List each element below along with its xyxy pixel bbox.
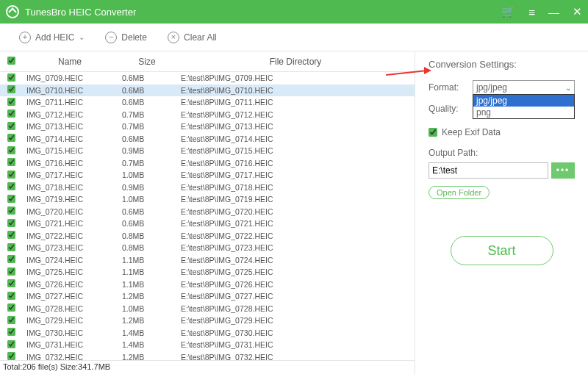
format-option-png[interactable]: png xyxy=(473,107,574,118)
file-name: IMG_0717.HEIC xyxy=(22,170,118,179)
row-checkbox[interactable] xyxy=(7,267,15,276)
table-row[interactable]: IMG_0709.HEIC0.6MBE:\test\8P\IMG_0709.HE… xyxy=(0,72,415,85)
table-row[interactable]: IMG_0719.HEIC1.0MBE:\test\8P\IMG_0719.HE… xyxy=(0,193,415,206)
browse-button[interactable]: ••• xyxy=(551,162,575,179)
output-path-input[interactable] xyxy=(429,162,548,179)
app-logo-icon xyxy=(6,5,19,18)
table-row[interactable]: IMG_0723.HEIC0.8MBE:\test\8P\IMG_0723.HE… xyxy=(0,242,415,254)
table-row[interactable]: IMG_0729.HEIC1.2MBE:\test\8P\IMG_0729.HE… xyxy=(0,315,415,327)
col-size[interactable]: Size xyxy=(118,57,176,67)
table-row[interactable]: IMG_0718.HEIC0.9MBE:\test\8P\IMG_0718.HE… xyxy=(0,182,415,194)
table-row[interactable]: IMG_0717.HEIC1.0MBE:\test\8P\IMG_0717.HE… xyxy=(0,169,415,182)
row-checkbox[interactable] xyxy=(7,158,15,166)
table-row[interactable]: IMG_0721.HEIC0.6MBE:\test\8P\IMG_0721.HE… xyxy=(0,218,415,230)
close-icon[interactable]: ✕ xyxy=(573,5,582,18)
table-row[interactable]: IMG_0716.HEIC0.7MBE:\test\8P\IMG_0716.HE… xyxy=(0,157,415,170)
table-row[interactable]: IMG_0728.HEIC1.0MBE:\test\8P\IMG_0728.HE… xyxy=(0,303,415,315)
file-name: IMG_0710.HEIC xyxy=(22,86,118,95)
file-name: IMG_0730.HEIC xyxy=(22,328,118,337)
file-name: IMG_0731.HEIC xyxy=(22,340,118,349)
row-checkbox[interactable] xyxy=(7,352,15,360)
settings-heading: Conversion Settings: xyxy=(429,59,575,70)
format-value: jpg/jpeg xyxy=(476,82,507,93)
row-checkbox[interactable] xyxy=(7,195,15,203)
table-row[interactable]: IMG_0730.HEIC1.4MBE:\test\8P\IMG_0730.HE… xyxy=(0,327,415,340)
row-checkbox[interactable] xyxy=(7,219,15,227)
table-row[interactable]: IMG_0722.HEIC0.8MBE:\test\8P\IMG_0722.HE… xyxy=(0,230,415,242)
minimize-icon[interactable]: — xyxy=(548,6,559,18)
row-checkbox[interactable] xyxy=(7,146,15,154)
file-list[interactable]: IMG_0709.HEIC0.6MBE:\test\8P\IMG_0709.HE… xyxy=(0,72,415,360)
file-dir: E:\test\8P\IMG_0718.HEIC xyxy=(176,183,415,192)
table-row[interactable]: IMG_0724.HEIC1.1MBE:\test\8P\IMG_0724.HE… xyxy=(0,254,415,267)
table-row[interactable]: IMG_0727.HEIC1.2MBE:\test\8P\IMG_0727.HE… xyxy=(0,290,415,303)
select-all-checkbox[interactable] xyxy=(7,57,15,65)
file-dir: E:\test\8P\IMG_0719.HEIC xyxy=(176,195,415,204)
row-checkbox[interactable] xyxy=(7,98,15,106)
row-checkbox[interactable] xyxy=(7,328,15,336)
file-name: IMG_0725.HEIC xyxy=(22,267,118,276)
row-checkbox[interactable] xyxy=(7,73,15,82)
titlebar: TunesBro HEIC Converter 🛒 ≡ — ✕ xyxy=(0,0,588,24)
table-row[interactable]: IMG_0711.HEIC0.6MBE:\test\8P\IMG_0711.HE… xyxy=(0,96,415,109)
row-checkbox[interactable] xyxy=(7,206,15,215)
file-name: IMG_0720.HEIC xyxy=(22,207,118,216)
row-checkbox[interactable] xyxy=(7,303,15,312)
start-button[interactable]: Start xyxy=(451,236,553,265)
table-row[interactable]: IMG_0714.HEIC0.6MBE:\test\8P\IMG_0714.HE… xyxy=(0,133,415,146)
menu-icon[interactable]: ≡ xyxy=(528,6,535,18)
file-dir: E:\test\8P\IMG_0724.HEIC xyxy=(176,256,415,265)
table-row[interactable]: IMG_0715.HEIC0.9MBE:\test\8P\IMG_0715.HE… xyxy=(0,145,415,157)
add-heic-button[interactable]: + Add HEIC ⌄ xyxy=(19,32,85,43)
file-name: IMG_0721.HEIC xyxy=(22,219,118,228)
row-checkbox[interactable] xyxy=(7,340,15,348)
table-row[interactable]: IMG_0725.HEIC1.1MBE:\test\8P\IMG_0725.HE… xyxy=(0,266,415,279)
format-select[interactable]: jpg/jpeg ⌄ xyxy=(473,80,575,95)
format-option-jpg[interactable]: jpg/jpeg xyxy=(473,95,574,107)
table-row[interactable]: IMG_0732.HEIC1.2MBE:\test\8P\IMG_0732.HE… xyxy=(0,351,415,361)
app-title: TunesBro HEIC Converter xyxy=(25,7,501,18)
table-row[interactable]: IMG_0712.HEIC0.7MBE:\test\8P\IMG_0712.HE… xyxy=(0,109,415,121)
toolbar: + Add HEIC ⌄ − Delete × Clear All xyxy=(0,24,588,51)
file-dir: E:\test\8P\IMG_0720.HEIC xyxy=(176,207,415,216)
row-checkbox[interactable] xyxy=(7,316,15,324)
table-row[interactable]: IMG_0713.HEIC0.7MBE:\test\8P\IMG_0713.HE… xyxy=(0,121,415,133)
quality-label: Quality: xyxy=(429,104,468,114)
file-size: 0.7MB xyxy=(118,159,176,168)
file-size: 0.6MB xyxy=(118,207,176,216)
col-dir[interactable]: File Directory xyxy=(176,57,415,67)
output-path-label: Output Path: xyxy=(429,148,575,158)
table-row[interactable]: IMG_0731.HEIC1.4MBE:\test\8P\IMG_0731.HE… xyxy=(0,339,415,351)
row-checkbox[interactable] xyxy=(7,170,15,179)
row-checkbox[interactable] xyxy=(7,292,15,300)
row-checkbox[interactable] xyxy=(7,231,15,239)
row-checkbox[interactable] xyxy=(7,182,15,190)
file-dir: E:\test\8P\IMG_0715.HEIC xyxy=(176,146,415,155)
row-checkbox[interactable] xyxy=(7,243,15,251)
col-name[interactable]: Name xyxy=(22,57,118,67)
row-checkbox[interactable] xyxy=(7,85,15,93)
row-checkbox[interactable] xyxy=(7,255,15,263)
file-dir: E:\test\8P\IMG_0712.HEIC xyxy=(176,110,415,119)
row-checkbox[interactable] xyxy=(7,122,15,130)
table-row[interactable]: IMG_0710.HEIC0.6MBE:\test\8P\IMG_0710.HE… xyxy=(0,85,415,97)
clear-all-button[interactable]: × Clear All xyxy=(168,32,217,43)
file-dir: E:\test\8P\IMG_0723.HEIC xyxy=(176,243,415,252)
keep-exif-checkbox[interactable] xyxy=(429,128,437,137)
file-size: 1.1MB xyxy=(118,267,176,276)
format-label: Format: xyxy=(429,82,468,93)
row-checkbox[interactable] xyxy=(7,279,15,287)
row-checkbox[interactable] xyxy=(7,134,15,142)
file-dir: E:\test\8P\IMG_0725.HEIC xyxy=(176,267,415,276)
file-size: 0.6MB xyxy=(118,73,176,82)
delete-button[interactable]: − Delete xyxy=(105,32,147,43)
table-row[interactable]: IMG_0720.HEIC0.6MBE:\test\8P\IMG_0720.HE… xyxy=(0,206,415,218)
open-folder-button[interactable]: Open Folder xyxy=(429,186,490,199)
table-row[interactable]: IMG_0726.HEIC1.1MBE:\test\8P\IMG_0726.HE… xyxy=(0,279,415,291)
file-size: 0.6MB xyxy=(118,98,176,107)
row-checkbox[interactable] xyxy=(7,109,15,118)
file-name: IMG_0724.HEIC xyxy=(22,256,118,265)
file-dir: E:\test\8P\IMG_0726.HEIC xyxy=(176,280,415,289)
cart-icon[interactable]: 🛒 xyxy=(501,5,515,18)
file-size: 0.9MB xyxy=(118,183,176,192)
